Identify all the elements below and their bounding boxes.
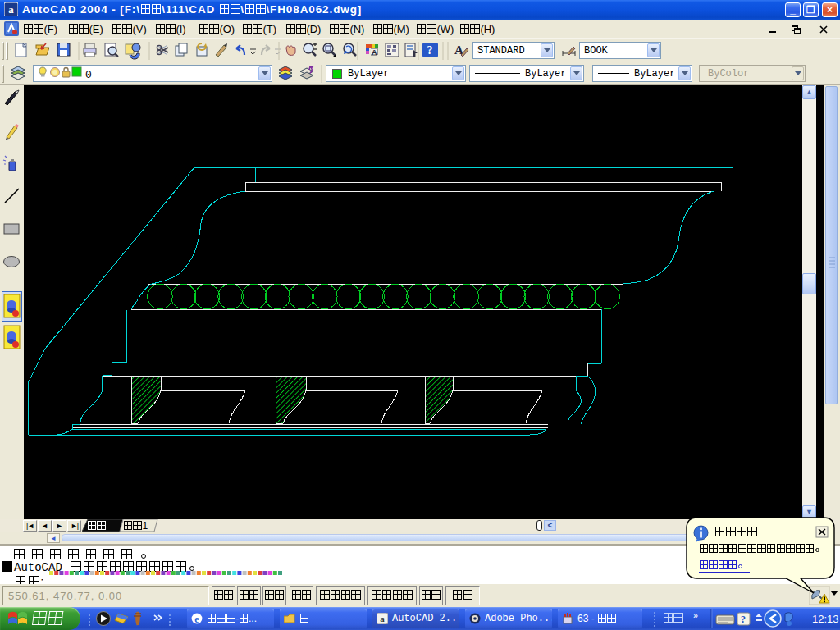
svg-text:a: a <box>8 3 14 16</box>
svg-text:12:13: 12:13 <box>812 613 839 625</box>
svg-text:e: e <box>194 614 199 625</box>
svg-text:a: a <box>380 614 385 623</box>
svg-text:A: A <box>372 48 377 57</box>
svg-text:?: ? <box>427 44 433 57</box>
svg-text:0: 0 <box>85 69 92 81</box>
svg-text:?: ? <box>741 614 746 625</box>
